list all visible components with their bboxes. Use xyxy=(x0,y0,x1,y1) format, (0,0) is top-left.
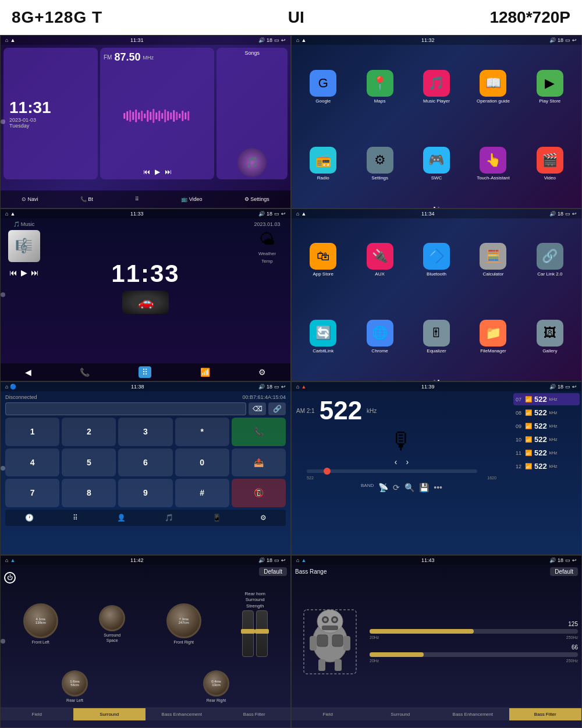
front-right-knob[interactable]: 7.3ms247cm xyxy=(166,603,201,638)
prev-button[interactable]: ⏮ xyxy=(143,168,150,176)
nav-msgs[interactable]: 📱 xyxy=(212,514,221,522)
slider2-track[interactable] xyxy=(370,652,578,657)
radio-next-btn[interactable]: › xyxy=(406,457,409,467)
key-2[interactable]: 2 xyxy=(62,418,116,446)
more-icon[interactable]: ••• xyxy=(434,483,442,492)
app-settings[interactable]: ⚙ Settings xyxy=(353,126,406,200)
app2-equalizer[interactable]: 🎚 Equalizer xyxy=(410,300,463,374)
key-9[interactable]: 9 xyxy=(118,479,172,507)
key-x[interactable]: * xyxy=(175,418,229,446)
status-icons-left-3: ⌂ ▲ xyxy=(5,211,15,217)
key-1[interactable]: 1 xyxy=(5,418,59,446)
key-6[interactable]: 6 xyxy=(118,448,172,477)
app2-app-store[interactable]: 🛍 App Store xyxy=(296,223,350,297)
app-label-3: Operation guide xyxy=(477,98,510,104)
surround-space-knob[interactable] xyxy=(99,605,125,631)
band-btn[interactable]: BAND xyxy=(361,483,374,492)
app2-chrome[interactable]: 🌐 Chrome xyxy=(353,300,406,374)
app-radio[interactable]: 📻 Radio xyxy=(296,126,350,200)
rear-left-knob[interactable]: 1.6ms54cm xyxy=(62,670,88,697)
nav-location-3[interactable]: ◀ xyxy=(25,367,31,377)
link-button[interactable]: 🔗 xyxy=(268,402,286,415)
play-pause-btn[interactable]: ▶ xyxy=(21,268,27,277)
nav-navi[interactable]: ⊙ Navi xyxy=(22,196,38,202)
bass-tab-bass-filter[interactable]: Bass Filter xyxy=(509,708,582,720)
key-7[interactable]: 7 xyxy=(5,479,59,507)
key-xx[interactable]: 📤 xyxy=(232,448,286,477)
nav-apps-3[interactable]: ⠿ xyxy=(139,366,151,378)
phone-number-input[interactable] xyxy=(5,402,246,415)
rear-right-value: 0.4ms13cm xyxy=(211,680,221,687)
save-icon[interactable]: 💾 xyxy=(419,483,429,492)
nav-recents[interactable]: 🕐 xyxy=(25,514,34,522)
key-xx[interactable]: 📞 xyxy=(232,418,286,446)
app-google[interactable]: G Google xyxy=(296,50,350,123)
app2-calculator[interactable]: 🧮 Calculator xyxy=(466,223,520,297)
dsp-tab-field[interactable]: Field xyxy=(1,708,73,720)
bass-tab-surround[interactable]: Surround xyxy=(364,708,437,720)
front-left-knob[interactable]: 4.1ms138cm xyxy=(23,603,58,638)
key-8[interactable]: 8 xyxy=(62,479,116,507)
app2-gallery[interactable]: 🖼 Gallery xyxy=(523,300,577,374)
dsp-tab-surround[interactable]: Surround xyxy=(73,708,146,720)
nav-apps[interactable]: ⠿ xyxy=(135,196,139,202)
preset-item-07[interactable]: 07 📶 522 kHz xyxy=(513,393,580,405)
freq-slider[interactable] xyxy=(307,469,477,473)
nav-settings-3[interactable]: ⚙ xyxy=(258,367,266,377)
dsp-tab-bass-enhancement[interactable]: Bass Enhancement xyxy=(146,708,218,720)
nav-video[interactable]: 📺 Video xyxy=(181,196,202,202)
radio-prev-btn[interactable]: ‹ xyxy=(395,457,398,467)
dsp-tab-bass-filter[interactable]: Bass Filter xyxy=(218,708,291,720)
nav-contacts[interactable]: 👤 xyxy=(117,514,126,522)
nav-dialer[interactable]: ⠿ xyxy=(73,514,78,522)
play-button[interactable]: ▶ xyxy=(155,168,160,176)
rear-right-knob[interactable]: 0.4ms13cm xyxy=(203,670,229,697)
default-button[interactable]: Default xyxy=(259,567,287,576)
app2-aux[interactable]: 🔌 AUX xyxy=(353,223,406,297)
nav-signal-3[interactable]: 📶 xyxy=(200,367,210,377)
preset-item-09[interactable]: 09 📶 522 kHz xyxy=(513,420,580,432)
nav-settings-dialer[interactable]: ⚙ xyxy=(260,514,267,522)
fader-left[interactable] xyxy=(242,610,254,657)
app-video[interactable]: 🎬 Video xyxy=(523,126,577,200)
key-5[interactable]: 5 xyxy=(62,448,116,477)
key-3[interactable]: 3 xyxy=(118,418,172,446)
slider1-track[interactable] xyxy=(370,629,578,634)
app-operation-guide[interactable]: 📖 Operation guide xyxy=(466,50,520,123)
bass-default-button[interactable]: Default xyxy=(550,567,578,576)
key-xx[interactable]: 📵 xyxy=(232,479,286,507)
app2-icon-4: 🔗 xyxy=(537,243,563,270)
bass-tab-field[interactable]: Field xyxy=(292,708,364,720)
playback-controls[interactable]: ⏮ ▶ ⏭ xyxy=(143,168,172,176)
search-icon[interactable]: 🔍 xyxy=(404,483,414,492)
nav-call-3[interactable]: 📞 xyxy=(80,367,90,377)
next-track-btn[interactable]: ⏭ xyxy=(31,268,39,277)
nav-settings[interactable]: ⚙ Settings xyxy=(244,196,269,202)
music-controls[interactable]: ⏮ ▶ ⏭ xyxy=(9,268,39,277)
key-4[interactable]: 4 xyxy=(5,448,59,477)
next-button[interactable]: ⏭ xyxy=(165,168,172,176)
preset-item-08[interactable]: 08 📶 522 kHz xyxy=(513,407,580,419)
preset-item-12[interactable]: 12 📶 522 kHz xyxy=(513,460,580,472)
app2-car-link-2.0[interactable]: 🔗 Car Link 2.0 xyxy=(523,223,577,297)
delete-button[interactable]: ⌫ xyxy=(249,402,266,415)
app-maps[interactable]: 📍 Maps xyxy=(353,50,406,123)
app-touch-assistant[interactable]: 👆 Touch-Assistant xyxy=(466,126,520,200)
prev-track-btn[interactable]: ⏮ xyxy=(9,268,17,277)
preset-item-10[interactable]: 10 📶 522 kHz xyxy=(513,433,580,446)
nav-bt[interactable]: 📞 Bt xyxy=(80,196,93,202)
bass-tab-bass-enhancement[interactable]: Bass Enhancement xyxy=(436,708,509,720)
key-x[interactable]: # xyxy=(175,479,229,507)
app-swc[interactable]: 🎮 SWC xyxy=(410,126,463,200)
fader-right[interactable] xyxy=(256,610,268,657)
app-music-player[interactable]: 🎵 Music Player xyxy=(410,50,463,123)
app2-bluetooth[interactable]: 🔷 Bluetooth xyxy=(410,223,463,297)
nav-music[interactable]: 🎵 xyxy=(165,514,173,522)
freq-slider-container xyxy=(307,469,496,473)
power-button[interactable]: ⏻ xyxy=(4,572,16,584)
app2-filemanager[interactable]: 📁 FileManager xyxy=(466,300,520,374)
app-play-store[interactable]: ▶ Play Store xyxy=(523,50,577,123)
key-0[interactable]: 0 xyxy=(175,448,229,477)
app2-carbitlink[interactable]: 🔄 CarbitLink xyxy=(296,300,350,374)
preset-item-11[interactable]: 11 📶 522 kHz xyxy=(513,447,580,459)
